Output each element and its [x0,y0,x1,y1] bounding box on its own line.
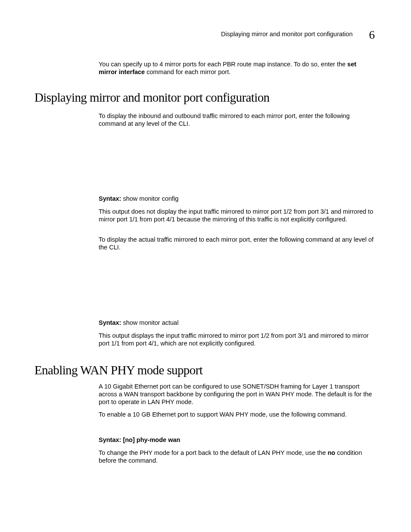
syntax-line: Syntax: show monitor actual [99,319,375,326]
syntax-command: show monitor actual [121,319,178,326]
intro-paragraph: You can specify up to 4 mirror ports for… [99,60,375,76]
intro-text-before: You can specify up to 4 mirror ports for… [99,61,347,68]
syntax-line: Syntax: show monitor config [99,195,375,202]
intro-text-after: command for each mirror port. [145,68,230,75]
paragraph: To change the PHY mode for a port back t… [99,449,375,464]
paragraph: To enable a 10 GB Ethernet port to suppo… [99,411,375,418]
p7-text-a: To change the PHY mode for a port back t… [99,449,327,456]
section-heading-enabling-wan-phy: Enabling WAN PHY mode support [34,363,202,377]
chapter-number: 6 [369,28,375,41]
page: Displaying mirror and monitor port confi… [0,0,411,532]
paragraph: A 10 Gigabit Ethernet port can be config… [99,383,375,406]
section-heading-displaying-mirror: Displaying mirror and monitor port confi… [34,90,269,105]
syntax-command: [no] phy-mode wan [121,436,180,443]
paragraph: This output displays the input traffic m… [99,332,375,347]
syntax-command: show monitor config [121,195,178,202]
paragraph: This output does not display the input t… [99,208,375,223]
syntax-label: Syntax: [99,319,121,326]
page-header: Displaying mirror and monitor port confi… [34,28,375,42]
syntax-label: Syntax: [99,195,121,202]
syntax-label: Syntax: [99,436,121,443]
paragraph: To display the actual traffic mirrored t… [99,236,375,251]
p7-bold: no [327,449,335,456]
syntax-line: Syntax: [no] phy-mode wan [99,436,375,443]
paragraph: To display the inbound and outbound traf… [99,112,375,128]
header-title: Displaying mirror and monitor port confi… [221,31,352,37]
